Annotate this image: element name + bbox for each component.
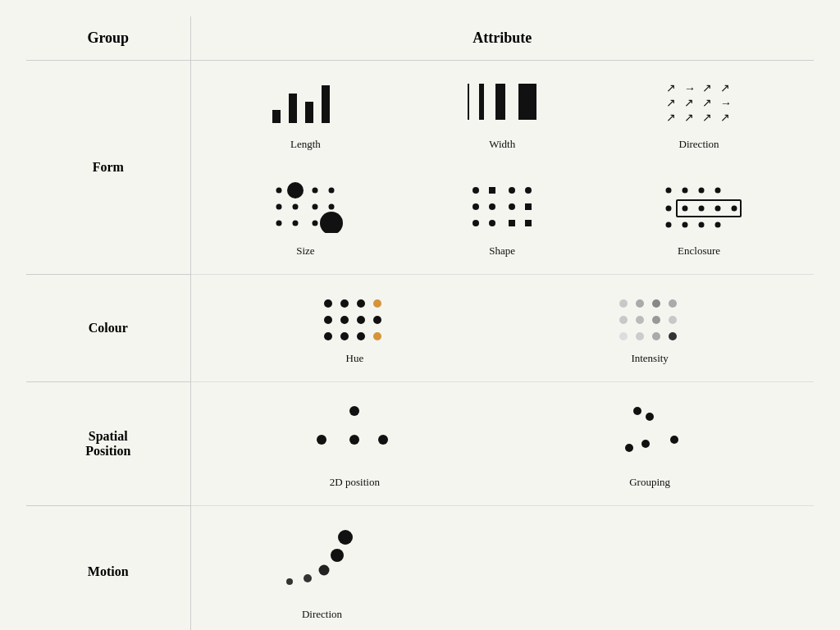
svg-text:↗: ↗ [666,97,676,109]
svg-point-72 [652,299,660,308]
hue-label: Hue [346,352,364,365]
shape-label: Shape [489,244,515,258]
svg-point-84 [349,435,359,445]
svg-rect-43 [525,220,532,226]
svg-point-85 [378,435,388,445]
svg-point-94 [331,549,344,562]
hue-icon [313,291,395,340]
svg-point-87 [646,413,654,421]
svg-text:↗: ↗ [702,112,712,124]
svg-point-90 [670,436,678,444]
svg-point-37 [489,203,495,210]
attribute-direction: ↗ → ↗ ↗ ↗ ↗ ↗ → [633,77,765,151]
svg-rect-7 [518,84,536,120]
svg-point-54 [666,222,672,228]
form-group-label: Form [26,61,190,275]
shape-icon [461,176,543,233]
svg-text:↗: ↗ [684,97,694,109]
enclosure-label: Enclosure [678,244,720,258]
svg-point-27 [329,204,335,210]
svg-point-46 [699,188,705,194]
svg-text:↗: ↗ [720,112,730,124]
svg-point-64 [357,316,365,324]
svg-point-45 [682,188,688,194]
colour-row: Colour [26,275,814,382]
attribute-grouping: Grouping [584,399,715,489]
direction-icon: ↗ → ↗ ↗ ↗ ↗ ↗ → [658,77,740,126]
svg-point-71 [636,299,644,308]
svg-point-62 [324,316,332,324]
svg-rect-6 [495,84,505,120]
svg-rect-3 [322,85,330,123]
attribute-column-header: Attribute [190,16,814,61]
svg-point-81 [669,332,677,340]
colour-group-label: Colour [26,275,190,382]
svg-point-55 [682,222,688,228]
svg-point-92 [304,574,312,582]
svg-point-29 [293,221,299,226]
svg-point-66 [324,332,332,340]
svg-point-23 [329,188,335,194]
svg-point-21 [287,182,304,199]
svg-point-56 [699,222,705,228]
group-column-header: Group [26,16,190,61]
svg-text:↗: ↗ [666,112,676,124]
size-icon [264,176,346,233]
svg-point-48 [666,206,672,212]
spatial-position-row: SpatialPosition [26,382,814,506]
intensity-icon [609,291,691,340]
svg-point-51 [715,206,721,212]
svg-point-73 [669,299,677,308]
svg-point-89 [641,440,650,448]
svg-point-74 [619,316,628,324]
svg-point-57 [715,222,721,228]
svg-point-49 [682,206,688,212]
svg-point-30 [313,221,318,226]
svg-rect-1 [289,94,297,123]
svg-point-60 [357,299,365,308]
motion-group-label: Motion [26,506,190,631]
attribute-intensity: Intensity [584,291,715,365]
svg-point-40 [472,220,479,226]
svg-point-22 [313,188,318,194]
width-label: Width [489,138,515,151]
svg-point-47 [715,188,721,194]
svg-point-76 [652,316,660,324]
svg-point-44 [666,188,672,194]
attribute-size: Size [240,176,371,258]
length-icon [264,77,346,126]
svg-text:↗: ↗ [720,82,730,94]
svg-rect-42 [509,220,515,226]
form-row: Form [26,61,814,275]
svg-point-86 [633,407,641,415]
attribute-2d-position: 2D position [289,399,420,489]
attribute-enclosure: Enclosure [633,176,765,258]
svg-point-50 [699,206,705,212]
motion-row: Motion [26,506,814,631]
svg-point-83 [317,435,326,445]
motion-attributes: Direction [190,506,814,631]
svg-text:↗: ↗ [702,97,712,109]
svg-rect-33 [489,187,495,194]
svg-point-67 [340,332,349,340]
svg-point-80 [652,332,660,340]
svg-point-38 [509,203,515,210]
svg-rect-2 [305,102,313,123]
motion-direction-label: Direction [302,608,342,621]
svg-point-58 [324,299,332,308]
colour-attributes: Hue [190,275,814,382]
svg-point-88 [625,444,633,452]
svg-point-28 [276,221,282,226]
svg-point-61 [373,299,381,308]
svg-text:→: → [684,82,696,94]
motion-direction-icon [273,523,372,596]
svg-point-82 [349,406,359,416]
attribute-shape: Shape [436,176,568,258]
svg-point-78 [619,332,628,340]
svg-point-32 [472,187,479,194]
svg-point-24 [276,204,282,210]
svg-point-34 [509,187,515,194]
width-icon [461,77,543,126]
direction-form-label: Direction [679,138,719,151]
svg-point-91 [286,578,293,585]
